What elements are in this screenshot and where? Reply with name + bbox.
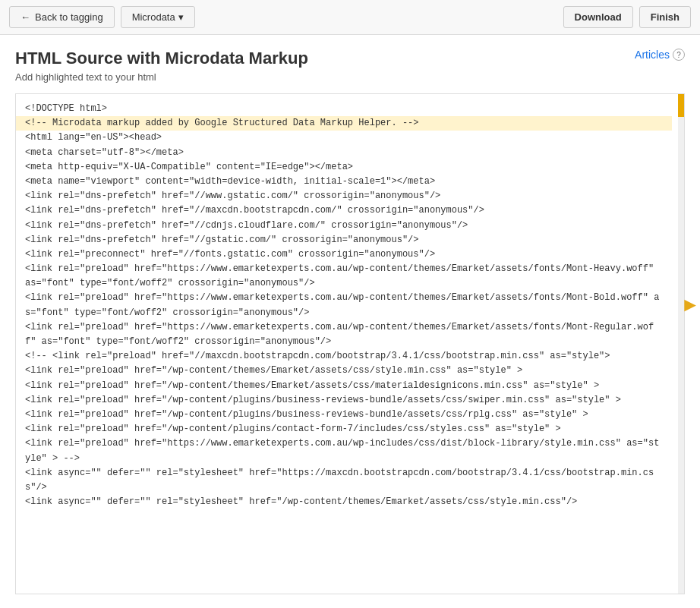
articles-link[interactable]: Articles ?: [635, 49, 685, 61]
subtitle: Add highlighted text to your html: [15, 71, 685, 83]
articles-label: Articles: [635, 49, 670, 61]
code-line: <meta charset="utf-8"></meta>: [25, 146, 663, 160]
microdata-label: Microdata: [132, 11, 175, 23]
code-line: <link rel="preload" href="https://www.em…: [25, 291, 663, 320]
code-container[interactable]: <!DOCTYPE html><!-- Microdata markup add…: [15, 93, 685, 594]
scrollbar-indicator[interactable]: [678, 94, 684, 594]
finish-label: Finish: [651, 11, 680, 23]
back-button-label: Back to tagging: [35, 11, 103, 23]
code-line: <link rel="dns-prefetch" href="//cdnjs.c…: [25, 219, 663, 233]
code-line: <link rel="preload" href="/wp-content/pl…: [25, 393, 663, 408]
page-header: HTML Source with Microdata Markup Articl…: [15, 49, 685, 68]
code-line: <link rel="preload" href="/wp-content/pl…: [25, 408, 663, 422]
code-line: <!-- Microdata markup added by Google St…: [16, 116, 672, 131]
code-line: <!-- <link rel="preload" href="//maxcdn.…: [25, 349, 663, 364]
code-line: <link rel="dns-prefetch" href="//maxcdn.…: [25, 203, 663, 218]
code-line: <link rel="preconnect" href="//fonts.gst…: [25, 247, 663, 262]
side-arrow-button[interactable]: ►: [680, 292, 700, 316]
arrow-left-icon: [20, 11, 30, 23]
finish-button[interactable]: Finish: [639, 6, 691, 28]
code-line: <link async="" defer="" rel="stylesheet"…: [25, 495, 663, 509]
page-content: HTML Source with Microdata Markup Articl…: [0, 35, 700, 594]
code-line: <meta name="viewport" content="width=dev…: [25, 175, 663, 189]
download-label: Download: [575, 11, 622, 23]
code-line: <link rel="preload" href="https://www.em…: [25, 320, 663, 349]
code-line: <link rel="preload" href="https://www.em…: [25, 436, 663, 465]
code-line: <link rel="preload" href="https://www.em…: [25, 262, 663, 291]
code-line: <html lang="en-US"><head>: [25, 131, 663, 145]
code-line: <link rel="preload" href="/wp-content/pl…: [25, 422, 663, 436]
code-line: <!DOCTYPE html>: [25, 102, 663, 116]
help-icon[interactable]: ?: [673, 49, 685, 61]
microdata-button[interactable]: Microdata: [121, 6, 195, 28]
code-line: <link async="" defer="" rel="stylesheet"…: [25, 466, 663, 495]
back-to-tagging-button[interactable]: Back to tagging: [9, 6, 115, 28]
code-line: <meta http-equiv="X-UA-Compatible" conte…: [25, 160, 663, 175]
page-title: HTML Source with Microdata Markup: [15, 49, 308, 68]
code-line: <link rel="dns-prefetch" href="//www.gst…: [25, 189, 663, 203]
code-line: <link rel="preload" href="/wp-content/th…: [25, 364, 663, 378]
download-button[interactable]: Download: [563, 6, 633, 28]
code-line: <link rel="preload" href="/wp-content/th…: [25, 379, 663, 393]
toolbar: Back to tagging Microdata Download Finis…: [0, 0, 700, 35]
code-line: <link rel="dns-prefetch" href="//gstatic…: [25, 233, 663, 247]
toolbar-right: Download Finish: [563, 6, 691, 28]
scrollbar-thumb: [678, 94, 684, 117]
dropdown-arrow-icon: [178, 11, 184, 23]
